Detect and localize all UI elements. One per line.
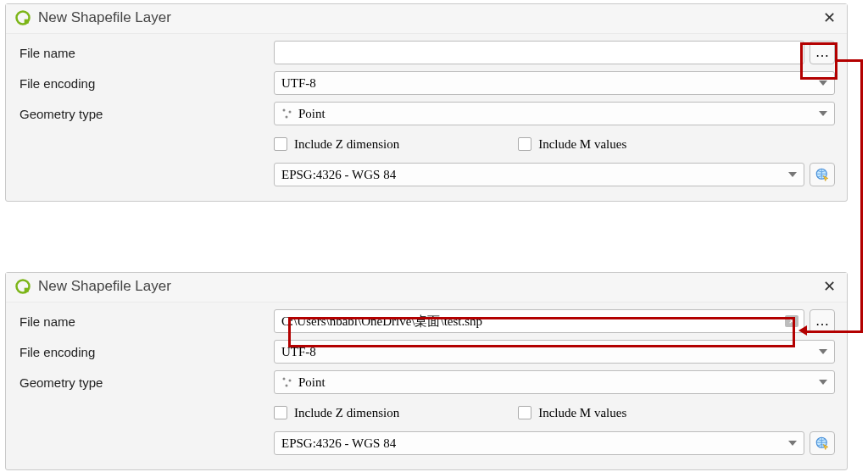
chevron-down-icon xyxy=(819,349,827,354)
geometry-select[interactable]: Point xyxy=(274,102,835,125)
chevron-down-icon xyxy=(819,380,827,385)
include-m-checkbox[interactable]: Include M values xyxy=(518,137,626,152)
chevron-down-icon xyxy=(788,172,797,177)
new-shapefile-dialog-before: New Shapefile Layer ✕ File name … File e… xyxy=(5,3,848,202)
svg-point-10 xyxy=(286,385,288,387)
point-icon xyxy=(281,376,293,388)
annotation-arrow xyxy=(860,59,863,332)
geometry-label: Geometry type xyxy=(19,107,274,121)
crs-select[interactable]: EPSG:4326 - WGS 84 xyxy=(274,431,804,455)
browse-button[interactable]: … xyxy=(810,41,835,64)
include-z-checkbox[interactable]: Include Z dimension xyxy=(274,406,399,420)
filename-label: File name xyxy=(19,46,274,60)
titlebar: New Shapefile Layer ✕ xyxy=(6,273,847,303)
dialog-title: New Shapefile Layer xyxy=(38,9,820,26)
chevron-down-icon xyxy=(819,111,827,116)
geometry-select[interactable]: Point xyxy=(274,370,835,394)
svg-point-2 xyxy=(283,109,286,112)
svg-rect-7 xyxy=(25,288,29,292)
encoding-select[interactable]: UTF-8 xyxy=(274,340,835,364)
geometry-label: Geometry type xyxy=(19,375,274,390)
form: File name … File encoding UTF-8 Geometry… xyxy=(6,34,847,186)
qgis-icon xyxy=(14,9,31,26)
encoding-label: File encoding xyxy=(19,345,274,359)
clear-icon[interactable] xyxy=(785,315,798,327)
close-button[interactable]: ✕ xyxy=(820,9,838,26)
dialog-title: New Shapefile Layer xyxy=(38,278,820,295)
encoding-select[interactable]: UTF-8 xyxy=(274,71,835,95)
browse-button[interactable]: … xyxy=(810,309,835,333)
filename-input[interactable] xyxy=(274,41,804,64)
include-z-checkbox[interactable]: Include Z dimension xyxy=(274,137,399,152)
filename-input[interactable]: C:\Users\nbabl\OneDrive\桌面\test.shp xyxy=(274,309,804,333)
include-m-checkbox[interactable]: Include M values xyxy=(518,406,626,420)
filename-label: File name xyxy=(19,314,274,329)
qgis-icon xyxy=(14,278,31,295)
crs-picker-button[interactable] xyxy=(810,431,835,455)
annotation-arrowhead xyxy=(798,325,807,336)
encoding-label: File encoding xyxy=(19,76,274,91)
svg-point-3 xyxy=(289,111,292,114)
new-shapefile-dialog-after: New Shapefile Layer ✕ File name C:\Users… xyxy=(5,272,848,470)
svg-point-4 xyxy=(286,116,288,119)
chevron-down-icon xyxy=(788,441,797,446)
svg-rect-1 xyxy=(25,19,29,24)
chevron-down-icon xyxy=(819,81,827,86)
close-button[interactable]: ✕ xyxy=(820,278,838,295)
crs-picker-button[interactable] xyxy=(810,163,835,186)
svg-point-8 xyxy=(283,378,286,380)
svg-point-9 xyxy=(289,380,292,382)
crs-select[interactable]: EPSG:4326 - WGS 84 xyxy=(274,163,804,186)
titlebar: New Shapefile Layer ✕ xyxy=(6,4,847,34)
point-icon xyxy=(281,108,293,119)
form: File name C:\Users\nbabl\OneDrive\桌面\tes… xyxy=(6,303,847,455)
